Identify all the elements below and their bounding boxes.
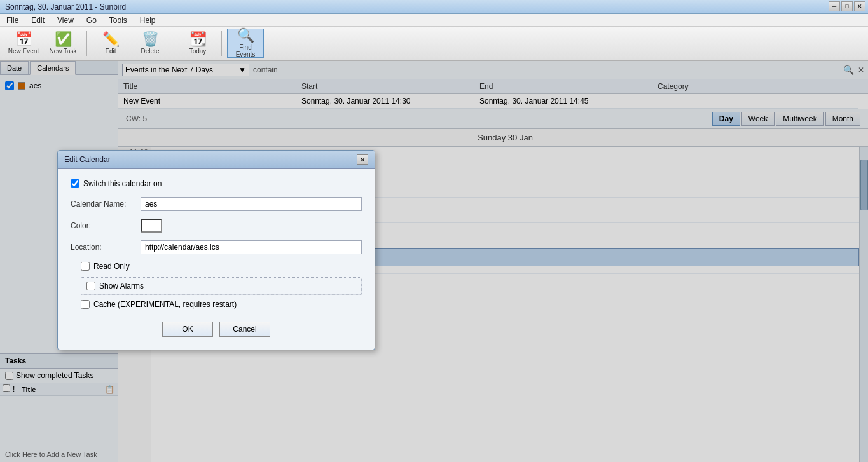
toolbar-separator-3	[221, 31, 222, 56]
cache-label: Cache (EXPERIMENTAL, requires restart)	[93, 300, 237, 309]
read-only-label: Read Only	[93, 262, 130, 271]
today-icon: 📆	[189, 32, 207, 46]
today-label: Today	[189, 48, 207, 55]
read-only-checkbox[interactable]	[81, 262, 90, 271]
delete-button[interactable]: 🗑️ Delete	[132, 29, 169, 58]
menu-go[interactable]: Go	[83, 15, 100, 26]
edit-label: Edit	[105, 48, 116, 55]
toolbar-separator-1	[86, 31, 87, 56]
titlebar: Sonntag, 30. Januar 2011 - Sunbird ─ □ ✕	[0, 0, 868, 14]
window-controls: ─ □ ✕	[829, 1, 865, 11]
cancel-button[interactable]: Cancel	[219, 322, 270, 337]
switch-calendar-row: Switch this calendar on	[71, 179, 362, 188]
dialog-body: Switch this calendar on Calendar Name: C…	[58, 169, 375, 350]
calendar-name-input[interactable]	[141, 197, 362, 211]
new-event-label: New Event	[8, 48, 39, 55]
color-row: Color:	[71, 219, 362, 233]
find-events-button[interactable]: 🔍 Find Events	[227, 29, 264, 58]
new-task-button[interactable]: ✅ New Task	[45, 29, 81, 58]
maximize-button[interactable]: □	[841, 1, 853, 11]
switch-calendar-checkbox[interactable]	[71, 179, 79, 188]
dialog-titlebar: Edit Calendar ✕	[58, 151, 375, 169]
cache-checkbox[interactable]	[81, 300, 90, 309]
find-events-label: Find Events	[229, 44, 262, 58]
cache-row: Cache (EXPERIMENTAL, requires restart)	[81, 300, 362, 309]
dialog-overlay: Edit Calendar ✕ Switch this calendar on …	[0, 61, 868, 462]
dialog-buttons: OK Cancel	[71, 315, 362, 339]
toolbar-separator-2	[174, 31, 174, 56]
find-events-icon: 🔍	[237, 29, 254, 43]
menu-file[interactable]: File	[3, 15, 22, 26]
color-picker-button[interactable]	[141, 219, 162, 233]
ok-button[interactable]: OK	[162, 322, 213, 337]
menubar: File Edit View Go Tools Help	[0, 14, 868, 27]
delete-icon: 🗑️	[142, 32, 159, 46]
minimize-button[interactable]: ─	[829, 1, 840, 11]
menu-edit[interactable]: Edit	[27, 15, 48, 26]
new-task-label: New Task	[49, 48, 76, 55]
calendar-name-row: Calendar Name:	[71, 197, 362, 211]
show-alarms-checkbox[interactable]	[86, 282, 95, 290]
main-layout: Date Calendars aes Tasks Show completed …	[0, 61, 868, 462]
calendar-name-label: Calendar Name:	[71, 200, 141, 208]
delete-label: Delete	[141, 48, 160, 55]
edit-button[interactable]: ✏️ Edit	[92, 29, 129, 58]
dialog-title: Edit Calendar	[64, 155, 111, 164]
location-label: Location:	[71, 243, 141, 252]
new-event-icon: 📅	[15, 32, 32, 46]
location-row: Location:	[71, 240, 362, 254]
dialog-close-button[interactable]: ✕	[357, 154, 368, 165]
color-label: Color:	[71, 221, 141, 230]
edit-calendar-dialog: Edit Calendar ✕ Switch this calendar on …	[57, 150, 375, 350]
location-input[interactable]	[141, 240, 362, 254]
menu-help[interactable]: Help	[136, 15, 160, 26]
new-task-icon: ✅	[55, 32, 72, 46]
edit-icon: ✏️	[102, 32, 120, 46]
menu-tools[interactable]: Tools	[106, 15, 131, 26]
menu-view[interactable]: View	[53, 15, 78, 26]
new-event-button[interactable]: 📅 New Event	[5, 29, 42, 58]
read-only-row: Read Only	[81, 262, 362, 271]
switch-calendar-label: Switch this calendar on	[83, 179, 162, 188]
show-alarms-label: Show Alarms	[99, 282, 144, 290]
toolbar: 📅 New Event ✅ New Task ✏️ Edit 🗑️ Delete…	[0, 27, 868, 61]
close-button[interactable]: ✕	[854, 1, 865, 11]
today-button[interactable]: 📆 Today	[179, 29, 216, 58]
show-alarms-row: Show Alarms	[81, 277, 362, 295]
window-title: Sonntag, 30. Januar 2011 - Sunbird	[5, 3, 126, 11]
